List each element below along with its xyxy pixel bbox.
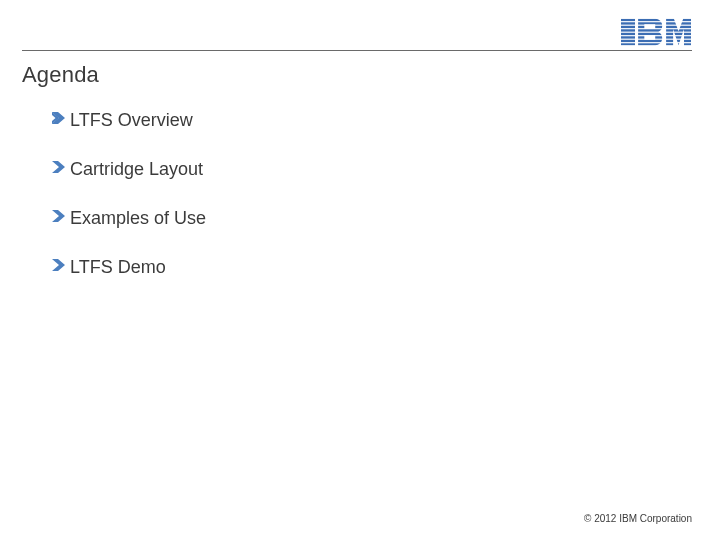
agenda-item-label: Cartridge Layout bbox=[70, 159, 203, 180]
svg-marker-13 bbox=[52, 161, 65, 173]
agenda-item: LTFS Overview bbox=[50, 110, 206, 131]
ibm-logo bbox=[620, 18, 692, 46]
svg-marker-15 bbox=[52, 259, 65, 271]
svg-rect-10 bbox=[644, 24, 655, 29]
agenda-list: LTFS Overview Cartridge Layout Examples … bbox=[50, 110, 206, 278]
agenda-item-label: LTFS Overview bbox=[70, 110, 193, 131]
agenda-item: Examples of Use bbox=[50, 208, 206, 229]
agenda-item: Cartridge Layout bbox=[50, 159, 206, 180]
arrow-right-icon bbox=[50, 257, 66, 278]
header-divider bbox=[22, 50, 692, 51]
svg-rect-11 bbox=[644, 35, 655, 40]
footer-copyright: © 2012 IBM Corporation bbox=[584, 513, 692, 524]
agenda-item-label: Examples of Use bbox=[70, 208, 206, 229]
slide-title: Agenda bbox=[22, 62, 99, 88]
agenda-item: LTFS Demo bbox=[50, 257, 206, 278]
agenda-item-label: LTFS Demo bbox=[70, 257, 166, 278]
arrow-right-icon bbox=[50, 110, 66, 131]
arrow-right-icon bbox=[50, 208, 66, 229]
svg-marker-14 bbox=[52, 210, 65, 222]
svg-rect-9 bbox=[621, 19, 635, 45]
arrow-right-icon bbox=[50, 159, 66, 180]
